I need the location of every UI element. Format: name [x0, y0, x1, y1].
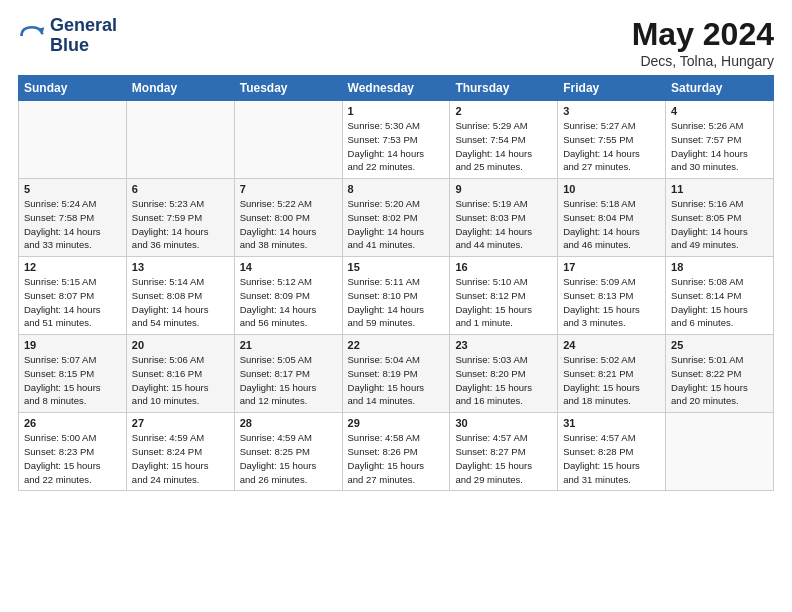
calendar-cell: 18Sunrise: 5:08 AM Sunset: 8:14 PM Dayli… — [666, 257, 774, 335]
day-info: Sunrise: 4:57 AM Sunset: 8:27 PM Dayligh… — [455, 431, 552, 486]
day-number: 2 — [455, 105, 552, 117]
calendar-week-row: 12Sunrise: 5:15 AM Sunset: 8:07 PM Dayli… — [19, 257, 774, 335]
day-info: Sunrise: 5:15 AM Sunset: 8:07 PM Dayligh… — [24, 275, 121, 330]
weekday-header: Sunday — [19, 76, 127, 101]
calendar-cell: 14Sunrise: 5:12 AM Sunset: 8:09 PM Dayli… — [234, 257, 342, 335]
calendar-cell — [234, 101, 342, 179]
day-number: 30 — [455, 417, 552, 429]
calendar-cell: 22Sunrise: 5:04 AM Sunset: 8:19 PM Dayli… — [342, 335, 450, 413]
day-info: Sunrise: 5:01 AM Sunset: 8:22 PM Dayligh… — [671, 353, 768, 408]
day-number: 14 — [240, 261, 337, 273]
calendar-cell: 3Sunrise: 5:27 AM Sunset: 7:55 PM Daylig… — [558, 101, 666, 179]
calendar-cell: 31Sunrise: 4:57 AM Sunset: 8:28 PM Dayli… — [558, 413, 666, 491]
calendar-cell — [126, 101, 234, 179]
day-info: Sunrise: 5:29 AM Sunset: 7:54 PM Dayligh… — [455, 119, 552, 174]
calendar-cell: 21Sunrise: 5:05 AM Sunset: 8:17 PM Dayli… — [234, 335, 342, 413]
day-number: 17 — [563, 261, 660, 273]
weekday-header: Thursday — [450, 76, 558, 101]
day-number: 9 — [455, 183, 552, 195]
day-info: Sunrise: 5:26 AM Sunset: 7:57 PM Dayligh… — [671, 119, 768, 174]
calendar-cell: 29Sunrise: 4:58 AM Sunset: 8:26 PM Dayli… — [342, 413, 450, 491]
calendar-week-row: 5Sunrise: 5:24 AM Sunset: 7:58 PM Daylig… — [19, 179, 774, 257]
day-number: 31 — [563, 417, 660, 429]
day-info: Sunrise: 5:02 AM Sunset: 8:21 PM Dayligh… — [563, 353, 660, 408]
day-number: 24 — [563, 339, 660, 351]
logo-icon — [18, 22, 46, 50]
day-number: 1 — [348, 105, 445, 117]
day-number: 6 — [132, 183, 229, 195]
weekday-header: Monday — [126, 76, 234, 101]
day-info: Sunrise: 4:59 AM Sunset: 8:25 PM Dayligh… — [240, 431, 337, 486]
day-number: 23 — [455, 339, 552, 351]
weekday-header: Tuesday — [234, 76, 342, 101]
calendar-cell: 30Sunrise: 4:57 AM Sunset: 8:27 PM Dayli… — [450, 413, 558, 491]
logo: General Blue — [18, 16, 117, 56]
day-info: Sunrise: 5:23 AM Sunset: 7:59 PM Dayligh… — [132, 197, 229, 252]
calendar-cell: 13Sunrise: 5:14 AM Sunset: 8:08 PM Dayli… — [126, 257, 234, 335]
calendar-cell: 2Sunrise: 5:29 AM Sunset: 7:54 PM Daylig… — [450, 101, 558, 179]
day-info: Sunrise: 5:20 AM Sunset: 8:02 PM Dayligh… — [348, 197, 445, 252]
calendar-cell: 9Sunrise: 5:19 AM Sunset: 8:03 PM Daylig… — [450, 179, 558, 257]
day-info: Sunrise: 5:24 AM Sunset: 7:58 PM Dayligh… — [24, 197, 121, 252]
day-info: Sunrise: 4:58 AM Sunset: 8:26 PM Dayligh… — [348, 431, 445, 486]
day-number: 16 — [455, 261, 552, 273]
day-number: 29 — [348, 417, 445, 429]
calendar-week-row: 19Sunrise: 5:07 AM Sunset: 8:15 PM Dayli… — [19, 335, 774, 413]
day-info: Sunrise: 5:08 AM Sunset: 8:14 PM Dayligh… — [671, 275, 768, 330]
day-number: 8 — [348, 183, 445, 195]
calendar-cell: 19Sunrise: 5:07 AM Sunset: 8:15 PM Dayli… — [19, 335, 127, 413]
day-info: Sunrise: 5:12 AM Sunset: 8:09 PM Dayligh… — [240, 275, 337, 330]
calendar-table: SundayMondayTuesdayWednesdayThursdayFrid… — [18, 75, 774, 491]
calendar-cell: 10Sunrise: 5:18 AM Sunset: 8:04 PM Dayli… — [558, 179, 666, 257]
day-info: Sunrise: 5:18 AM Sunset: 8:04 PM Dayligh… — [563, 197, 660, 252]
day-number: 26 — [24, 417, 121, 429]
day-info: Sunrise: 5:06 AM Sunset: 8:16 PM Dayligh… — [132, 353, 229, 408]
calendar-cell — [666, 413, 774, 491]
logo-line1: General — [50, 16, 117, 36]
day-number: 25 — [671, 339, 768, 351]
calendar-cell: 12Sunrise: 5:15 AM Sunset: 8:07 PM Dayli… — [19, 257, 127, 335]
day-number: 11 — [671, 183, 768, 195]
day-info: Sunrise: 5:03 AM Sunset: 8:20 PM Dayligh… — [455, 353, 552, 408]
page-container: General Blue May 2024 Decs, Tolna, Hunga… — [0, 0, 792, 501]
day-number: 20 — [132, 339, 229, 351]
weekday-header: Wednesday — [342, 76, 450, 101]
day-info: Sunrise: 5:05 AM Sunset: 8:17 PM Dayligh… — [240, 353, 337, 408]
calendar-cell: 27Sunrise: 4:59 AM Sunset: 8:24 PM Dayli… — [126, 413, 234, 491]
day-number: 4 — [671, 105, 768, 117]
calendar-cell: 7Sunrise: 5:22 AM Sunset: 8:00 PM Daylig… — [234, 179, 342, 257]
day-info: Sunrise: 5:19 AM Sunset: 8:03 PM Dayligh… — [455, 197, 552, 252]
day-number: 15 — [348, 261, 445, 273]
day-info: Sunrise: 5:14 AM Sunset: 8:08 PM Dayligh… — [132, 275, 229, 330]
calendar-week-row: 1Sunrise: 5:30 AM Sunset: 7:53 PM Daylig… — [19, 101, 774, 179]
day-info: Sunrise: 5:27 AM Sunset: 7:55 PM Dayligh… — [563, 119, 660, 174]
day-info: Sunrise: 5:22 AM Sunset: 8:00 PM Dayligh… — [240, 197, 337, 252]
day-number: 13 — [132, 261, 229, 273]
calendar-cell: 11Sunrise: 5:16 AM Sunset: 8:05 PM Dayli… — [666, 179, 774, 257]
day-info: Sunrise: 5:10 AM Sunset: 8:12 PM Dayligh… — [455, 275, 552, 330]
calendar-cell: 25Sunrise: 5:01 AM Sunset: 8:22 PM Dayli… — [666, 335, 774, 413]
month-title: May 2024 — [632, 16, 774, 53]
calendar-cell: 17Sunrise: 5:09 AM Sunset: 8:13 PM Dayli… — [558, 257, 666, 335]
day-number: 21 — [240, 339, 337, 351]
day-info: Sunrise: 5:07 AM Sunset: 8:15 PM Dayligh… — [24, 353, 121, 408]
day-number: 5 — [24, 183, 121, 195]
day-info: Sunrise: 5:30 AM Sunset: 7:53 PM Dayligh… — [348, 119, 445, 174]
day-number: 7 — [240, 183, 337, 195]
calendar-cell: 26Sunrise: 5:00 AM Sunset: 8:23 PM Dayli… — [19, 413, 127, 491]
day-number: 22 — [348, 339, 445, 351]
day-info: Sunrise: 5:04 AM Sunset: 8:19 PM Dayligh… — [348, 353, 445, 408]
calendar-week-row: 26Sunrise: 5:00 AM Sunset: 8:23 PM Dayli… — [19, 413, 774, 491]
day-number: 10 — [563, 183, 660, 195]
logo-text: General Blue — [50, 16, 117, 56]
location-title: Decs, Tolna, Hungary — [632, 53, 774, 69]
calendar-cell: 8Sunrise: 5:20 AM Sunset: 8:02 PM Daylig… — [342, 179, 450, 257]
calendar-cell: 5Sunrise: 5:24 AM Sunset: 7:58 PM Daylig… — [19, 179, 127, 257]
calendar-cell: 28Sunrise: 4:59 AM Sunset: 8:25 PM Dayli… — [234, 413, 342, 491]
day-info: Sunrise: 4:59 AM Sunset: 8:24 PM Dayligh… — [132, 431, 229, 486]
calendar-cell: 15Sunrise: 5:11 AM Sunset: 8:10 PM Dayli… — [342, 257, 450, 335]
calendar-cell: 4Sunrise: 5:26 AM Sunset: 7:57 PM Daylig… — [666, 101, 774, 179]
calendar-cell: 23Sunrise: 5:03 AM Sunset: 8:20 PM Dayli… — [450, 335, 558, 413]
day-info: Sunrise: 5:00 AM Sunset: 8:23 PM Dayligh… — [24, 431, 121, 486]
day-info: Sunrise: 5:16 AM Sunset: 8:05 PM Dayligh… — [671, 197, 768, 252]
